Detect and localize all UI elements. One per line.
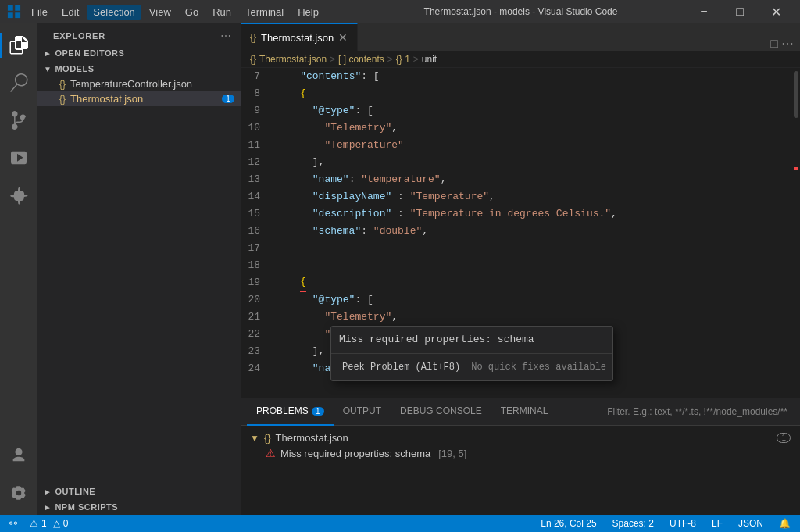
code-editor[interactable]: 7 8 9 10 11 12 13 14 15 16 17 18 19 20 2… (241, 68, 800, 398)
git-branch-button[interactable]: ⚯ (6, 515, 20, 532)
scrollbar-thumb[interactable] (794, 71, 798, 118)
indentation-button[interactable]: Spaces: 2 (609, 515, 657, 532)
position-label: Ln 26, Col 25 (541, 518, 596, 529)
menu-go[interactable]: Go (179, 5, 205, 20)
code-line-20: "@type": [ (276, 291, 792, 309)
outline-label: Outline (55, 487, 95, 496)
warning-icon-status: △ (53, 518, 60, 529)
panel-tab-debug-console[interactable]: DEBUG CONSOLE (391, 398, 491, 426)
sidebar-title: Explorer (53, 31, 105, 41)
activity-icon-extensions[interactable] (0, 177, 38, 214)
line-num-9: 9 (241, 102, 270, 120)
svg-rect-1 (15, 5, 20, 11)
menu-file[interactable]: File (25, 5, 54, 20)
file-item-thermostat[interactable]: {} Thermostat.json 1 (38, 91, 241, 106)
code-line-17 (276, 240, 792, 257)
activity-icon-account[interactable] (0, 437, 38, 474)
error-icon: ⚠ (266, 447, 276, 459)
status-bar: ⚯ ⚠ 1 △ 0 Ln 26, Col 25 Spaces: 2 UTF-8 … (0, 515, 800, 532)
tab-thermostat[interactable]: {} Thermostat.json ✕ (241, 23, 358, 51)
tab-close-button[interactable]: ✕ (338, 31, 348, 44)
line-num-12: 12 (241, 154, 270, 171)
activity-icon-run[interactable] (0, 139, 38, 177)
line-num-18: 18 (241, 257, 270, 274)
svg-rect-0 (8, 5, 13, 11)
activity-icon-settings[interactable] (0, 474, 38, 512)
menu-run[interactable]: Run (206, 5, 238, 20)
code-line-10: "Telemetry", (276, 120, 792, 137)
line-num-20: 20 (241, 291, 270, 309)
minimize-button[interactable]: − (686, 0, 722, 23)
line-num-11: 11 (241, 137, 270, 154)
models-section: ▼ Models {} TemperatureController.json {… (38, 61, 241, 106)
file-item-temperature-controller[interactable]: {} TemperatureController.json (38, 77, 241, 91)
code-line-12: ], (276, 154, 792, 171)
tab-bar-actions: □ ⋯ (764, 36, 800, 51)
panel-area: PROBLEMS 1 OUTPUT DEBUG CONSOLE TERMINAL… (241, 398, 800, 515)
breadcrumb-file[interactable]: Thermostat.json (259, 54, 327, 65)
breadcrumb-sep-3: > (413, 54, 419, 65)
panel-tab-output[interactable]: OUTPUT (334, 398, 391, 426)
breadcrumb-contents[interactable]: [ ] contents (338, 54, 384, 65)
panel-tabs: PROBLEMS 1 OUTPUT DEBUG CONSOLE TERMINAL… (241, 398, 800, 426)
menu-help[interactable]: Help (291, 5, 325, 20)
menu-view[interactable]: View (143, 5, 177, 20)
window-title: Thermostat.json - models - Visual Studio… (355, 6, 686, 17)
editor-scrollbar[interactable] (792, 68, 800, 398)
breadcrumb-index[interactable]: {} 1 (396, 54, 410, 65)
status-bar-left: ⚯ ⚠ 1 △ 0 (0, 515, 77, 532)
file-name: TemperatureController.json (70, 78, 192, 90)
problem-group-header[interactable]: ▼ {} Thermostat.json 1 (247, 430, 794, 445)
close-button[interactable]: ✕ (758, 0, 794, 23)
error-count: 1 (41, 518, 47, 529)
problem-group-filename: Thermostat.json (276, 432, 348, 444)
panel-tab-terminal[interactable]: TERMINAL (491, 398, 558, 426)
line-num-23: 23 (241, 343, 270, 360)
peek-problem-button[interactable]: Peek Problem (Alt+F8) (338, 357, 465, 377)
more-actions-button[interactable]: ⋯ (781, 36, 794, 51)
panel-tab-problems[interactable]: PROBLEMS 1 (247, 398, 334, 426)
open-editors-header[interactable]: ► Open Editors (38, 45, 241, 61)
line-num-14: 14 (241, 188, 270, 205)
json-file-icon: {} (59, 79, 66, 90)
bell-icon: 🔔 (779, 518, 791, 529)
cursor-position[interactable]: Ln 26, Col 25 (538, 515, 599, 532)
sidebar: Explorer ⋯ ► Open Editors ▼ Models {} Te… (38, 23, 241, 515)
breadcrumb-file-icon: {} (250, 54, 256, 65)
activity-icon-search[interactable] (0, 64, 38, 102)
code-content[interactable]: "contents": [ { "@type": [ "Telemetry", (276, 68, 792, 398)
models-label: Models (55, 64, 94, 73)
code-line-11: "Temperature" (276, 137, 792, 154)
window-controls: − □ ✕ (686, 0, 794, 23)
open-editors-chevron: ► (44, 49, 52, 58)
menu-terminal[interactable]: Terminal (239, 5, 290, 20)
split-editor-button[interactable]: □ (770, 37, 778, 51)
menu-selection[interactable]: Selection (87, 5, 141, 20)
terminal-tab-label: TERMINAL (501, 405, 548, 416)
errors-button[interactable]: ⚠ 1 △ 0 (27, 515, 71, 532)
menu-edit[interactable]: Edit (55, 5, 85, 20)
error-icon-status: ⚠ (30, 518, 38, 529)
encoding-button[interactable]: UTF-8 (666, 515, 699, 532)
git-branch-icon: ⚯ (9, 518, 17, 529)
line-ending-button[interactable]: LF (709, 515, 726, 532)
editor-container: 7 8 9 10 11 12 13 14 15 16 17 18 19 20 2… (241, 68, 800, 515)
npm-scripts-header[interactable]: ► NPM Scripts (38, 499, 241, 515)
sidebar-more-button[interactable]: ⋯ (220, 30, 231, 42)
language-mode-button[interactable]: JSON (735, 515, 766, 532)
main-area: {} Thermostat.json ✕ □ ⋯ {} Thermostat.j… (241, 23, 800, 515)
code-line-7: "contents": [ (276, 68, 792, 85)
models-header[interactable]: ▼ Models (38, 61, 241, 77)
code-line-18 (276, 257, 792, 274)
maximize-button[interactable]: □ (722, 0, 758, 23)
activity-icon-source-control[interactable] (0, 102, 38, 139)
outline-header[interactable]: ► Outline (38, 484, 241, 499)
notifications-button[interactable]: 🔔 (776, 515, 794, 532)
code-line-19: { (276, 274, 792, 291)
activity-icon-files[interactable] (0, 27, 38, 64)
code-line-13: "name": "temperature", (276, 171, 792, 188)
status-bar-right: Ln 26, Col 25 Spaces: 2 UTF-8 LF JSON 🔔 (531, 515, 800, 532)
line-num-22: 22 (241, 326, 270, 343)
problem-item-schema[interactable]: ⚠ Miss required properties: schema [19, … (247, 445, 794, 461)
breadcrumb-unit[interactable]: unit (422, 54, 437, 65)
